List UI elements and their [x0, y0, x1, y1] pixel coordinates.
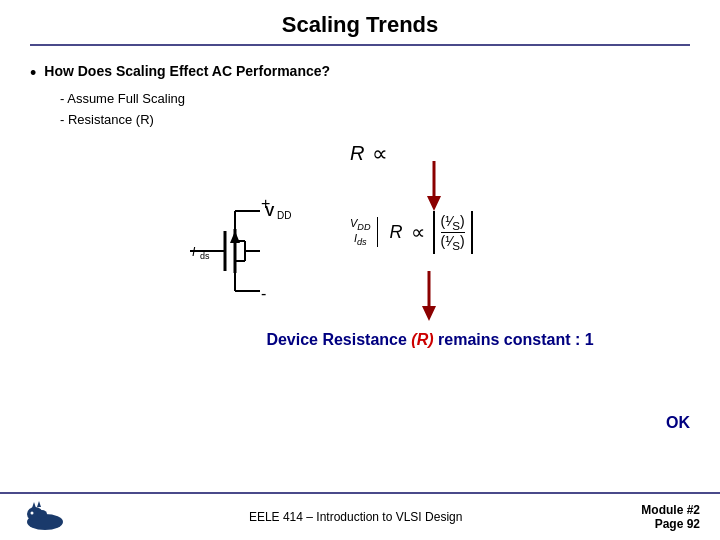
r-symbol-bottom: R [390, 222, 403, 243]
footer-logo [20, 500, 70, 535]
result-prefix: Device Resistance [266, 331, 411, 348]
svg-point-26 [31, 511, 34, 514]
result-suffix: remains constant : 1 [434, 331, 594, 348]
result-section: Device Resistance (R) remains constant :… [110, 331, 720, 349]
svg-marker-24 [32, 502, 36, 508]
vdd-numerator: VDD [350, 217, 371, 232]
bullet-point: • [30, 62, 36, 85]
arrow-down-bottom [415, 271, 443, 324]
svg-text:DD: DD [277, 210, 291, 221]
ids-denominator: Ids [354, 232, 367, 247]
sub-item-1: - Assume Full Scaling [60, 89, 690, 110]
svg-text:-: - [261, 285, 266, 302]
main-content: • How Does Scaling Effect AC Performance… [0, 52, 720, 492]
svg-text:ds: ds [200, 251, 210, 261]
result-r: (R) [411, 331, 433, 348]
proportional-symbol-top: ∝ [372, 141, 388, 167]
fraction-numerator: (¹⁄S) [441, 213, 465, 232]
svg-marker-1 [427, 196, 441, 211]
footer-right: Module #2 Page 92 [641, 503, 700, 531]
header: Scaling Trends [0, 0, 720, 52]
question-text: How Does Scaling Effect AC Performance? [44, 62, 330, 82]
r-proportional-top: R ∝ [350, 141, 388, 167]
footer: EELE 414 – Introduction to VLSI Design M… [0, 492, 720, 540]
svg-marker-25 [37, 501, 41, 507]
svg-point-27 [37, 510, 47, 518]
r-symbol-top: R [350, 142, 364, 165]
header-divider [30, 44, 690, 46]
footer-center-text: EELE 414 – Introduction to VLSI Design [249, 510, 462, 524]
footer-module: Module #2 [641, 503, 700, 517]
svg-marker-21 [422, 306, 436, 321]
bullet-section: • How Does Scaling Effect AC Performance… [30, 62, 690, 85]
svg-text:+: + [261, 195, 270, 212]
page-container: Scaling Trends • How Does Scaling Effect… [0, 0, 720, 540]
ok-button[interactable]: OK [666, 414, 690, 432]
sub-item-2: - Resistance (R) [60, 110, 690, 131]
r-proportional-bottom: VDD Ids R ∝ (¹⁄S) (¹⁄S) [350, 211, 473, 254]
proportional-symbol-bottom: ∝ [411, 220, 425, 244]
sub-items: - Assume Full Scaling - Resistance (R) [60, 89, 690, 131]
circuit-diagram: I ds V DD + - [170, 191, 350, 314]
footer-page: Page 92 [641, 517, 700, 531]
fraction-denominator: (¹⁄S) [441, 233, 465, 252]
svg-marker-19 [230, 231, 240, 243]
page-title: Scaling Trends [20, 12, 700, 38]
arrow-down-top [420, 161, 448, 214]
